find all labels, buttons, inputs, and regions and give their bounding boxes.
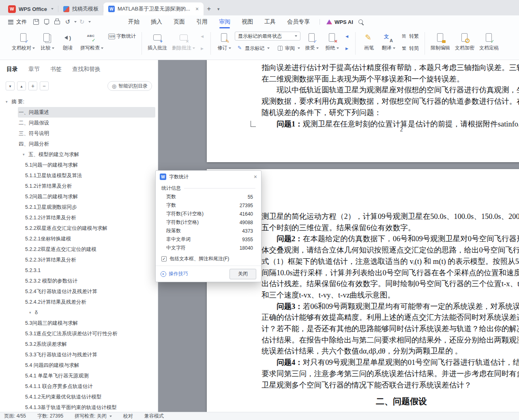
toc-item[interactable]: 5.1.2计算结果及分析 xyxy=(0,181,158,191)
document-text-line[interactable]: 和三个速度t-vx、t-vy、t-vz曲线示意图。 xyxy=(207,290,519,301)
ribbon-tab[interactable]: 审阅 xyxy=(213,15,236,28)
document-text-line[interactable]: 计？若不能，是否还有其他的思路能够同时估计系统误差与轨道？给出你的解决 xyxy=(207,324,519,335)
ribbon-big-button[interactable]: 修订 xyxy=(214,31,234,52)
document-text-line[interactable]: 问题4：对只有09号观测卫星单星观测的01号空间飞行器进行轨道估计，结果 xyxy=(207,357,519,369)
search-icon[interactable] xyxy=(356,17,366,27)
document-text-line[interactable]: 问题3：若06和09号两颗观测卫星均有可能带有一定的系统误差，对系统误 xyxy=(207,301,519,313)
document-text-line[interactable]: 指向误差进行估计对于提高估计精度很有帮助，本题只考虑三轴指向误差。三轴指 xyxy=(207,62,519,74)
toc-item[interactable]: 5.2问题二的建模与求解 xyxy=(0,191,158,202)
word-count-button[interactable]: 字数统计 xyxy=(106,32,138,41)
previous-change-button[interactable] xyxy=(343,32,352,41)
undo-button[interactable] xyxy=(63,17,73,27)
ribbon-tab[interactable]: 视图 xyxy=(236,15,259,28)
file-menu-button[interactable]: 文件 xyxy=(4,17,31,27)
previous-comment-button[interactable] xyxy=(198,32,207,41)
document-text-line[interactable]: 观测数据，要求利用仿真观测数据，对假想空间飞行器的轨道参数进行估计。在 xyxy=(207,96,519,107)
ribbon-big-button[interactable]: 限制编辑 xyxy=(429,31,452,52)
new-tab-button[interactable] xyxy=(204,2,214,15)
toc-item[interactable]: 5.2.2双星逐点交汇定位的建模与求解 xyxy=(0,223,158,234)
tab-template-doc[interactable]: 找稿壳模板 xyxy=(58,2,103,15)
zoom-in-outline-button[interactable] xyxy=(28,81,37,90)
toc-item[interactable]: 5.2.4飞行器轨道估计及残差计算 xyxy=(0,286,158,297)
show-markup-button[interactable]: 显示标记 xyxy=(235,44,272,53)
ribbon-big-button[interactable]: 拒绝 xyxy=(322,31,342,52)
document-text-line[interactable]: 卫星观测多个空间飞行器的情况下能否联合进行系统误差估计？ xyxy=(207,380,519,391)
close-tab-icon[interactable] xyxy=(195,6,199,12)
ribbon-big-button[interactable]: 删除批注 xyxy=(170,31,197,52)
expand-arrow-icon[interactable] xyxy=(23,152,28,156)
document-page-1[interactable]: 指向误差进行估计对于提高估计精度很有帮助，本题只考虑三轴指向误差。三轴指 在二维… xyxy=(207,60,519,162)
toc-item[interactable]: 5.4.1.1 联合序贯多点轨道估计 xyxy=(0,381,158,392)
status-spellcheck[interactable]: 拼写检查: 关闭 xyxy=(75,413,112,420)
status-word-count[interactable]: 字数: 27395 xyxy=(37,413,63,420)
status-page-indicator[interactable]: 页面: 4/55 xyxy=(4,413,26,420)
toc-item[interactable]: 5.3.2系统误差求解 xyxy=(0,339,158,349)
ribbon-big-button[interactable]: 文档加密 xyxy=(453,31,476,52)
document-text-line[interactable]: 估计结果。在报告中除给出与第二问要求相同的结果外，还应分别给出两颗观测卫 xyxy=(207,335,519,346)
close-dialog-button[interactable]: 关闭 xyxy=(229,269,256,279)
toc-item[interactable]: 5.2.2.1坐标转换建模 xyxy=(0,234,158,244)
toc-item[interactable]: 5.4.1.3基于轨道平面约束的轨道估计模型 xyxy=(0,402,158,412)
to-traditional-button[interactable]: 转繁 xyxy=(399,32,421,41)
toc-item[interactable]: 四、问题分析 xyxy=(0,139,158,149)
ribbon-big-button[interactable]: 文档校对 xyxy=(10,31,37,52)
undo-dropdown-icon[interactable] xyxy=(74,21,77,23)
tips-link[interactable]: 操作技巧 xyxy=(161,270,188,277)
sidebar-tab[interactable]: 章节 xyxy=(28,66,40,73)
toc-item[interactable]: 5.3.1逐点交汇法系统误差估计可行性分析 xyxy=(0,328,158,339)
ribbon-tab[interactable]: 页面 xyxy=(168,15,191,28)
sidebar-tab[interactable]: 目录 xyxy=(6,66,18,73)
toc-item[interactable]: 5.2.2.2双星逐点交汇定位的建模 xyxy=(0,244,158,255)
include-footnotes-checkbox[interactable]: 包括文本框、脚注和尾注(F) xyxy=(161,255,255,262)
ribbon-big-button[interactable]: 插入批注 xyxy=(146,31,169,52)
ribbon-big-button[interactable]: 朗读 xyxy=(58,31,77,52)
toc-item[interactable]: 5.2.1.2计算结果及分析 xyxy=(0,212,158,223)
ribbon-big-button[interactable]: 拼写检查 xyxy=(78,31,105,52)
expand-all-button[interactable] xyxy=(17,81,26,90)
document-text-line[interactable]: 要求同第三问，注意参考第三问的系统误差估计结果。并进一步考虑在同时有多 xyxy=(207,369,519,380)
review-pane-button[interactable]: 审阅 xyxy=(275,44,302,53)
dialog-title-bar[interactable]: 字数统计 xyxy=(156,171,261,183)
ribbon-tab[interactable]: 工具 xyxy=(259,15,281,28)
status-compat-mode[interactable]: 兼容模式 xyxy=(144,413,164,420)
toc-item[interactable]: 二、问题假设 xyxy=(0,118,158,128)
toc-item[interactable]: 三、符号说明 xyxy=(0,128,158,139)
tab-list-button[interactable] xyxy=(214,2,223,15)
checkbox-checked-icon[interactable] xyxy=(161,256,167,261)
toc-item[interactable]: 5.4.1 单星单飞行器无源观测 xyxy=(0,371,158,381)
section-heading[interactable]: 二、问题假设 xyxy=(207,396,519,407)
document-text-line[interactable]: 随机误差的条件下，研究下列问题： xyxy=(207,107,519,119)
ribbon-big-button[interactable]: 文档定稿 xyxy=(477,31,501,52)
toc-item[interactable]: 5.1.1卫星轨道模型及算法 xyxy=(0,170,158,181)
zoom-out-outline-button[interactable] xyxy=(40,81,49,90)
toc-item[interactable]: 5.1问题一的建模与求解 xyxy=(0,160,158,170)
next-comment-button[interactable] xyxy=(198,44,207,53)
toc-item[interactable]: 一、问题重述 xyxy=(18,107,155,118)
toc-item[interactable]: 5.2.1卫星观测数据同步 xyxy=(0,202,158,212)
collapse-all-button[interactable] xyxy=(6,81,15,90)
toc-item[interactable]: δ xyxy=(0,307,158,318)
ribbon-big-button[interactable]: 画笔 xyxy=(359,31,379,52)
toc-item[interactable]: 5.3.3飞行器轨道估计与残差计算 xyxy=(0,349,158,360)
expand-arrow-icon[interactable] xyxy=(29,311,35,315)
toc-item[interactable]: 5.3问题三的建模与求解 xyxy=(0,318,158,328)
ribbon-tab[interactable]: 插入 xyxy=(145,15,168,28)
document-text-line[interactable]: 在二维观测数据平面上表现为两个平移误差和一个旋转误差。 xyxy=(207,74,519,85)
save-button[interactable] xyxy=(31,17,41,27)
redo-dropdown-icon[interactable] xyxy=(88,21,91,23)
toc-item[interactable]: 摘 要: xyxy=(0,96,158,107)
document-text-line[interactable]: 正确的估计能够有效提高精度。利用上述的逐点交汇方法能否同时对系统误差进 xyxy=(207,312,519,324)
toc-item[interactable]: 5.2.3.2 模型的参数估计 xyxy=(0,276,158,286)
ribbon-tab[interactable]: 引用 xyxy=(191,15,213,28)
toc-item[interactable]: 5.2.2.3计算结果及分析 xyxy=(0,255,158,265)
tab-current-doc[interactable]: MATLAB基于卫星无源探测的... xyxy=(103,2,204,15)
expand-arrow-icon[interactable] xyxy=(6,100,11,104)
sidebar-tab[interactable]: 查找和替换 xyxy=(72,66,101,73)
ribbon-big-button[interactable]: 比较 xyxy=(38,31,57,52)
ribbon-big-button[interactable]: 翻译 xyxy=(379,31,398,52)
ribbon-tab[interactable]: 开始 xyxy=(122,15,145,28)
wps-ai-button[interactable]: WPS AI xyxy=(324,19,356,25)
tab-wps-office[interactable]: WPS Office xyxy=(3,2,58,15)
dialog-close-icon[interactable] xyxy=(254,174,257,180)
status-proofing[interactable]: 校对 xyxy=(123,413,133,420)
